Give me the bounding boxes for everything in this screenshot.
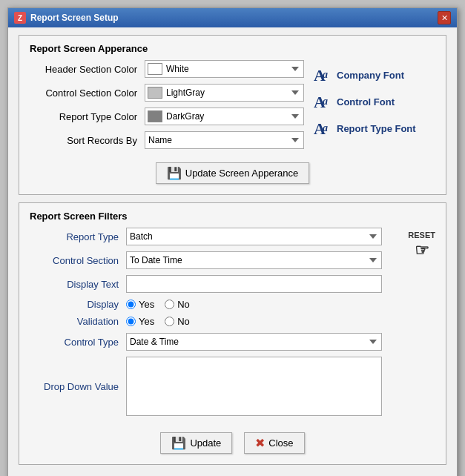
control-type-select[interactable]: Date & Time Text Dropdown [126, 333, 382, 351]
reset-area: RESET ☞ [408, 231, 435, 260]
display-no-radio[interactable] [165, 300, 174, 309]
header-color-control: White LightGray DarkGray Black [145, 60, 309, 78]
sort-records-select[interactable]: Name Date ID [145, 131, 304, 149]
display-no-label[interactable]: No [165, 299, 190, 310]
update-appearance-button[interactable]: 💾 Update Screen Apperance [156, 162, 310, 184]
update-save-icon: 💾 [171, 436, 186, 450]
display-row: Display Yes No [30, 299, 399, 310]
title-bar-left: Z Report Screen Setup [14, 12, 119, 24]
drop-down-control [126, 357, 399, 416]
window-close-button[interactable]: ✕ [438, 11, 451, 24]
display-yes-label[interactable]: Yes [126, 299, 154, 310]
control-color-swatch [148, 87, 162, 99]
validation-yes-label[interactable]: Yes [126, 316, 154, 327]
report-type-font-icon: A a [312, 118, 333, 139]
close-button[interactable]: ✖ Close [244, 432, 304, 454]
control-color-row: Control Section Color LightGray White Da… [30, 84, 309, 102]
report-type-row: Report Type Batch Single All [30, 228, 399, 245]
filters-title: Report Screen Filters [30, 211, 435, 222]
update-filter-button[interactable]: 💾 Update [160, 432, 232, 454]
display-text-control: To Date Time [126, 275, 399, 293]
display-radio-group: Yes No [126, 299, 399, 310]
validation-row: Validation Yes No [30, 316, 399, 327]
display-yes-text: Yes [139, 299, 154, 310]
header-color-select[interactable]: White LightGray DarkGray Black [145, 60, 304, 78]
title-bar: Z Report Screen Setup ✕ [8, 8, 457, 27]
sort-records-row: Sort Records By Name Date ID [30, 131, 309, 149]
control-type-label: Control Type [30, 337, 126, 348]
filters-section: Report Screen Filters Report Type Batch … [19, 202, 446, 465]
report-type-filter-select[interactable]: Batch Single All [126, 228, 382, 245]
sort-records-label: Sort Records By [30, 135, 145, 146]
close-x-icon: ✖ [255, 436, 265, 450]
company-font-label: Company Font [337, 70, 404, 81]
validation-radios: Yes No [126, 316, 190, 327]
save-icon: 💾 [167, 166, 182, 180]
header-color-swatch [148, 63, 162, 75]
close-label: Close [268, 437, 293, 449]
appearance-section: Report Screen Apperance Header Section C… [19, 35, 446, 195]
display-text-row: Display Text To Date Time [30, 275, 399, 293]
control-type-row: Control Type Date & Time Text Dropdown [30, 333, 399, 351]
report-type-font-label: Report Type Font [337, 123, 416, 134]
report-type-filter-label: Report Type [30, 231, 126, 242]
bottom-buttons: 💾 Update ✖ Close [30, 432, 435, 454]
report-type-color-swatch [148, 110, 162, 122]
control-section-filter-label: Control Section [30, 255, 126, 266]
report-type-color-select-wrap: DarkGray White LightGray [145, 108, 304, 125]
header-color-label: Header Section Color [30, 64, 145, 75]
app-icon: Z [14, 12, 26, 24]
report-type-color-control: DarkGray White LightGray [145, 108, 309, 125]
report-type-color-row: Report Type Color DarkGray White LightGr… [30, 108, 309, 125]
svg-text:a: a [323, 69, 328, 80]
validation-label: Validation [30, 316, 126, 327]
report-type-color-label: Report Type Color [30, 111, 145, 122]
validation-yes-radio[interactable] [126, 317, 136, 326]
filters-form: Report Type Batch Single All Control Sec… [30, 228, 399, 422]
display-radios: Yes No [126, 299, 190, 310]
control-font-label: Control Font [337, 96, 395, 108]
svg-text:a: a [323, 122, 328, 133]
appearance-form: Header Section Color White LightGray Dar… [30, 60, 309, 155]
display-yes-radio[interactable] [126, 300, 136, 309]
reset-button[interactable]: ☞ [415, 241, 429, 260]
report-type-color-select[interactable]: DarkGray White LightGray [145, 108, 304, 125]
update-appearance-label: Update Screen Apperance [185, 168, 299, 179]
content-area: Report Screen Apperance Header Section C… [8, 27, 457, 476]
control-section-select[interactable]: To Date Time From Date Name [126, 251, 382, 269]
control-color-select[interactable]: LightGray White DarkGray [145, 84, 304, 102]
sort-records-control: Name Date ID [145, 131, 309, 149]
validation-no-text: No [177, 316, 190, 327]
control-font-button[interactable]: A a Control Font [309, 90, 435, 113]
appearance-title: Report Screen Apperance [30, 43, 435, 54]
control-color-label: Control Section Color [30, 87, 145, 99]
header-color-row: Header Section Color White LightGray Dar… [30, 60, 309, 78]
control-section-row: Control Section To Date Time From Date N… [30, 251, 399, 269]
drop-down-label: Drop Down Value [30, 381, 126, 392]
validation-no-radio[interactable] [165, 317, 174, 326]
report-type-font-button[interactable]: A a Report Type Font [309, 116, 435, 140]
display-text-label: Display Text [30, 279, 126, 290]
display-text-input[interactable]: To Date Time [126, 275, 382, 293]
drop-down-textarea[interactable] [126, 357, 382, 416]
main-window: Z Report Screen Setup ✕ Report Screen Ap… [7, 7, 458, 476]
display-filter-label: Display [30, 299, 126, 310]
control-color-select-wrap: LightGray White DarkGray [145, 84, 304, 102]
header-color-select-wrap: White LightGray DarkGray Black [145, 60, 304, 78]
drop-down-row: Drop Down Value [30, 357, 399, 416]
update-filter-label: Update [190, 437, 221, 449]
validation-no-label[interactable]: No [165, 316, 190, 327]
appearance-content: Header Section Color White LightGray Dar… [30, 60, 435, 155]
control-font-icon: A a [312, 91, 333, 112]
display-no-text: No [177, 299, 190, 310]
font-buttons-area: A a Company Font A a Control Font [309, 60, 435, 140]
reset-label: RESET [408, 231, 435, 239]
window-title: Report Screen Setup [30, 13, 119, 23]
filters-content: Report Type Batch Single All Control Sec… [30, 228, 435, 422]
company-font-icon: A a [312, 65, 333, 85]
company-font-button[interactable]: A a Company Font [309, 63, 435, 87]
svg-text:a: a [323, 96, 328, 107]
control-color-control: LightGray White DarkGray [145, 84, 309, 102]
report-type-filter-control: Batch Single All [126, 228, 399, 245]
validation-yes-text: Yes [139, 316, 154, 327]
